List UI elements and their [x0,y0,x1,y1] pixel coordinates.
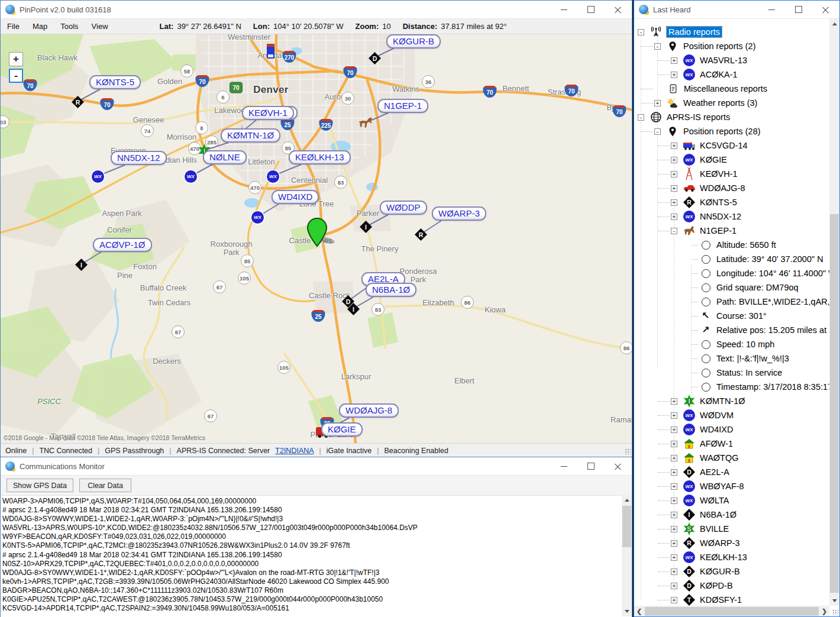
tree-item-ac0ka-1[interactable]: + ACØKA-1 [634,67,829,82]
tree-item-kc5vgd-14[interactable]: + KC5VGD-14 [634,138,829,153]
callsign-balloon[interactable]: KØMTN-1Ø [221,128,280,143]
server-link[interactable]: T2INDIANA [275,447,314,455]
scroll-down-icon[interactable] [622,606,632,616]
tree-item-weather-reports[interactable]: + Weather reports (3) [634,96,829,110]
map-marker[interactable] [92,170,104,183]
tree-item-wa5vrl-13[interactable]: + WA5VRL-13 [634,53,829,67]
menu-view[interactable]: View [85,22,115,31]
maximize-button[interactable] [577,457,605,475]
tree-detail-latitude[interactable]: Latitude: 39° 40' 37.2000" N [634,252,829,266]
tree-item-wb0yaf-8[interactable]: + WBØYAF-8 [634,479,829,493]
tree-item-wd4ixd[interactable]: + WD4IXD [634,422,829,437]
tree-detail-path[interactable]: Path: BVILLE*,WIDE2-1,qAR,K0NTS [634,295,829,309]
callsign-balloon[interactable]: N1GEP-1 [377,99,428,113]
expander-icon[interactable]: + [671,498,677,504]
tree-item-w0lta[interactable]: + WØLTA [634,493,829,508]
expander-icon[interactable]: + [671,72,677,78]
expander-icon[interactable]: + [671,199,677,206]
callsign-balloon[interactable]: WD4IXD [272,190,319,204]
expander-icon[interactable]: + [654,100,661,106]
map-marker[interactable] [251,211,264,224]
tree-detail-grid-square[interactable]: Grid square: DM79oq [634,280,829,295]
tree-horizontal-scrollbar[interactable]: ❮ ❯ [634,606,829,616]
close-button[interactable] [605,1,632,18]
expander-icon[interactable]: + [671,157,677,163]
tree-item-k0pd-b[interactable]: + KØPD-B [634,579,829,593]
callsign-balloon[interactable]: KEØLKH-13 [289,150,351,164]
callsign-balloon[interactable]: NN5DX-12 [111,151,167,165]
tree-item-position-reports-radio[interactable]: - Position reports (2) [634,39,829,53]
comm-scrollbar[interactable] [622,495,632,616]
tree-item-ke0lkh-13[interactable]: + KEØLKH-13 [634,550,829,564]
tree-item-w0arp-3[interactable]: + WØARP-3 [634,536,829,550]
clear-data-button[interactable]: Clear Data [79,479,131,492]
expander-icon[interactable]: + [671,441,677,447]
map-marker[interactable] [267,170,279,183]
expander-icon[interactable]: + [671,512,677,518]
tree-detail-longitude[interactable]: Longitude: 104° 46' 11.4000" W [634,266,829,280]
minimize-button[interactable] [758,1,785,18]
expander-icon[interactable]: - [671,228,677,234]
tree-item-n6ba-10[interactable]: + N6BA-1Ø [634,508,829,522]
tree-detail-status[interactable]: Status: In service [634,366,829,380]
tree-item-k0nts-5[interactable]: + KØNTS-5 [634,195,829,209]
tree-item-wd0ajg-8[interactable]: + WDØAJG-8 [634,181,829,195]
map-canvas[interactable]: WestminsterArvadaDenverAuroraBlack HawkG… [1,34,632,443]
expander-icon[interactable]: + [671,526,677,532]
map-marker[interactable] [267,44,274,59]
tree-detail-relative-pos[interactable]: Relative pos: 15.205 miles at 23° [634,323,829,337]
scroll-thumb[interactable] [645,607,819,616]
menu-file[interactable]: File [1,22,26,31]
expander-icon[interactable]: + [671,540,677,547]
close-button[interactable] [605,457,632,475]
callsign-balloon[interactable]: NØLNE [203,150,247,164]
tree-item-k0mtn-10[interactable]: + KØMTN-1Ø [634,394,829,408]
tree-detail-speed[interactable]: Speed: 10 mph [634,337,829,351]
expander-icon[interactable]: - [654,128,661,135]
tree-item-miscellaneous-reports[interactable]: Miscellaneous reports [634,82,829,96]
tree-item-position-reports-aprsis[interactable]: - Position reports (28) [634,124,829,138]
expander-icon[interactable]: + [671,554,677,561]
tree-detail-timestamp[interactable]: Timestamp: 3/17/2018 8:35:17 PM [634,380,829,394]
scroll-up-icon[interactable] [622,495,632,505]
tree-detail-text[interactable]: Text: |!-&:'f|!w_%!|3 [634,351,829,366]
expander-icon[interactable]: + [671,185,677,192]
tree-item-n1gep-1[interactable]: - N1GEP-1 [634,224,829,238]
scroll-up-icon[interactable] [829,19,839,29]
tree-item-w0dvm[interactable]: + WØDVM [634,408,829,422]
map-marker[interactable] [185,170,197,183]
maximize-button[interactable] [577,1,605,18]
expander-icon[interactable]: - [638,29,644,35]
scroll-left-icon[interactable]: ❮ [634,606,644,616]
tree-item-k0gie[interactable]: + KØGIE [634,153,829,167]
callsign-balloon[interactable]: WØDDP [380,201,427,215]
expander-icon[interactable]: + [671,568,677,575]
callsign-balloon[interactable]: WØARP-3 [432,206,486,221]
tree-item-wa0tqg[interactable]: + WAØTQG [634,451,829,465]
tree-item-k0gur-b[interactable]: + KØGUR-B [634,564,829,579]
tree-item-bville[interactable]: + BVILLE [634,522,829,536]
scroll-thumb[interactable] [830,214,839,593]
callsign-balloon[interactable]: WDØAJG-8 [339,403,399,418]
callsign-balloon[interactable]: KØGIE [321,422,363,437]
scroll-thumb[interactable] [622,506,631,547]
menu-tools[interactable]: Tools [54,22,85,31]
zoom-in-button[interactable]: + [9,52,23,66]
minimize-button[interactable] [550,1,577,18]
tree-item-aprs-is-reports[interactable]: - APRS-IS reports [634,110,829,124]
tree-item-af0w-1[interactable]: + AFØW-1 [634,437,829,451]
expander-icon[interactable]: + [671,455,677,461]
show-gps-data-button[interactable]: Show GPS Data [7,479,73,492]
tree-item-ke0vh-1[interactable]: + KEØVH-1 [634,167,829,181]
close-button[interactable] [812,1,839,18]
scroll-right-icon[interactable]: ❯ [819,606,829,616]
tree-item-kd0sfy-1[interactable]: + KDØSFY-1 [634,593,829,606]
callsign-balloon[interactable]: N6BA-1Ø [366,283,416,297]
tree-detail-course[interactable]: Course: 301° [634,309,829,323]
scroll-down-icon[interactable] [829,596,839,606]
callsign-balloon[interactable]: KØNTS-5 [89,75,141,89]
expander-icon[interactable]: + [671,583,677,589]
tree-item-ae2l-a[interactable]: + AE2L-A [634,465,829,479]
tree-item-radio-reports[interactable]: - Radio reports [634,25,829,39]
resize-grip[interactable] [832,609,838,615]
